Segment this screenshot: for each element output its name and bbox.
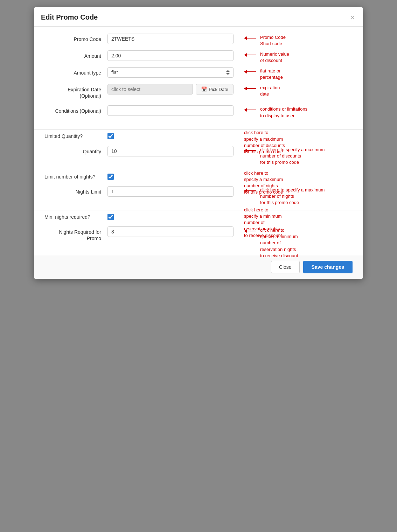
amount-input[interactable] xyxy=(107,50,234,61)
modal-close-button[interactable]: × xyxy=(349,14,356,21)
arrow-icon xyxy=(244,36,258,41)
amount-annotation: Numeric valueof discount xyxy=(244,51,349,64)
quantity-input[interactable] xyxy=(107,146,234,156)
arrow-icon xyxy=(244,69,258,74)
arrow-icon xyxy=(244,52,258,57)
quantity-section: Limited Quantity? click here tospecify a… xyxy=(34,130,363,169)
promo-code-label: Promo Code xyxy=(44,34,107,42)
promo-code-row: Promo Code Promo CodeShort code xyxy=(44,34,353,44)
quantity-row: Quantity click here to specify a maximum… xyxy=(44,146,353,156)
expiration-date-label: Expiration Date(Optional) xyxy=(44,84,107,99)
nights-required-promo-row: Nights Required forPromo click here tosp… xyxy=(44,226,353,241)
nights-required-promo-input[interactable] xyxy=(107,226,234,237)
conditions-label: Conditions (Optional) xyxy=(44,105,107,114)
close-button[interactable]: Close xyxy=(271,261,300,273)
modal-title: Edit Promo Code xyxy=(41,13,98,21)
date-row: 📅 Pick Date xyxy=(107,84,234,94)
save-changes-button[interactable]: Save changes xyxy=(303,261,353,273)
amount-type-row: Amount type flat percentage flat rate or… xyxy=(44,67,353,78)
quantity-annotation-text: click here to specify a maximumnumber of… xyxy=(260,147,325,166)
modal-header: Edit Promo Code × xyxy=(34,7,363,27)
quantity-label: Quantity xyxy=(44,146,107,155)
conditions-annotation: conditions or limitationsto display to u… xyxy=(244,106,349,119)
pick-date-button[interactable]: 📅 Pick Date xyxy=(196,84,234,94)
arrow-icon xyxy=(244,148,258,153)
promo-code-annotation: Promo CodeShort code xyxy=(244,34,349,47)
min-nights-required-checkbox[interactable] xyxy=(107,214,114,220)
amount-row: Amount Numeric valueof discount xyxy=(44,50,353,61)
amount-annotation-text: Numeric valueof discount xyxy=(260,51,289,64)
nights-required-annotation: click here tospecify a minimumnumber ofr… xyxy=(244,227,349,259)
min-nights-section: Min. nights required? click here tospeci… xyxy=(34,210,363,255)
basic-fields-section: Promo Code Promo CodeShort code Amount N… xyxy=(34,30,363,129)
min-nights-required-row: Min. nights required? click here tospeci… xyxy=(44,214,353,220)
expiration-date-input[interactable] xyxy=(107,84,193,94)
edit-promo-modal: Edit Promo Code × Promo Code Promo CodeS… xyxy=(34,7,363,279)
arrow-icon xyxy=(244,229,258,233)
quantity-annotation: click here to specify a maximumnumber of… xyxy=(244,147,349,166)
arrow-icon xyxy=(244,188,258,193)
pick-date-label: Pick Date xyxy=(209,87,228,92)
conditions-input[interactable] xyxy=(107,105,234,116)
expiration-annotation: expirationdate xyxy=(244,85,349,97)
conditions-row: Conditions (Optional) conditions or limi… xyxy=(44,105,353,116)
nights-limit-input[interactable] xyxy=(107,186,234,197)
nights-limit-label: Nights Limit xyxy=(44,186,107,195)
limited-quantity-checkbox[interactable] xyxy=(107,133,114,139)
nights-limit-row: Nights Limit click here to specify a max… xyxy=(44,186,353,197)
expiration-annotation-text: expirationdate xyxy=(260,85,280,97)
modal-body: Promo Code Promo CodeShort code Amount N… xyxy=(34,27,363,255)
expiration-date-row: Expiration Date(Optional) 📅 Pick Date ex… xyxy=(44,84,353,99)
amount-label: Amount xyxy=(44,50,107,59)
amount-type-annotation: flat rate orpercentage xyxy=(244,68,349,80)
limit-nights-row: Limit number of nights? click here tospe… xyxy=(44,174,353,180)
arrow-icon xyxy=(244,107,258,112)
conditions-annotation-text: conditions or limitationsto display to u… xyxy=(260,106,307,119)
nights-limit-annotation: click here to specify a maximumnumber of… xyxy=(244,187,349,206)
amount-type-label: Amount type xyxy=(44,67,107,76)
limit-nights-checkbox[interactable] xyxy=(107,174,114,180)
arrow-icon xyxy=(244,86,258,91)
nights-required-annotation-text: click here tospecify a minimumnumber ofr… xyxy=(260,227,298,259)
nights-limit-annotation-text: click here to specify a maximumnumber of… xyxy=(260,187,325,206)
limited-quantity-label: Limited Quantity? xyxy=(44,133,107,139)
limited-quantity-row: Limited Quantity? click here tospecify a… xyxy=(44,133,353,139)
nights-required-promo-label: Nights Required forPromo xyxy=(44,226,107,241)
promo-code-input[interactable] xyxy=(107,34,234,44)
calendar-icon: 📅 xyxy=(201,86,207,92)
promo-code-annotation-text: Promo CodeShort code xyxy=(260,34,286,47)
amount-type-select[interactable]: flat percentage xyxy=(107,67,234,78)
nights-section: Limit number of nights? click here tospe… xyxy=(34,170,363,210)
amount-type-annotation-text: flat rate orpercentage xyxy=(260,68,283,80)
limit-nights-label: Limit number of nights? xyxy=(44,174,107,180)
min-nights-required-label: Min. nights required? xyxy=(44,214,107,220)
